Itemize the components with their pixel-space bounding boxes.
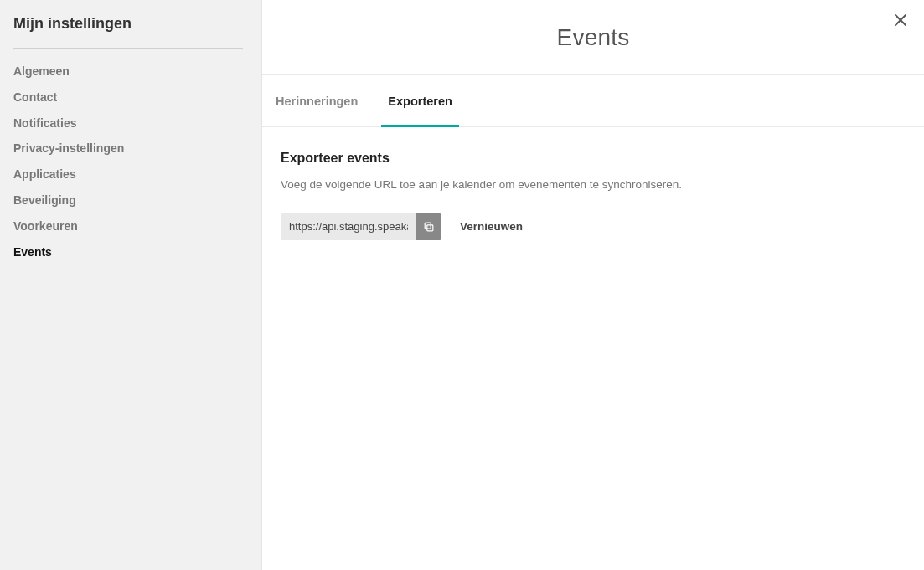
close-icon — [894, 13, 907, 27]
copy-url-button[interactable] — [416, 213, 441, 240]
page-title: Events — [557, 24, 630, 51]
url-row: Vernieuwen — [281, 213, 906, 240]
refresh-link[interactable]: Vernieuwen — [460, 220, 523, 233]
close-button[interactable] — [892, 12, 909, 28]
main: Events HerinneringenExporteren Exporteer… — [262, 0, 924, 570]
sidebar-item-contact[interactable]: Contact — [13, 85, 248, 110]
sidebar: Mijn instellingen AlgemeenContactNotific… — [0, 0, 262, 570]
export-description: Voeg de volgende URL toe aan je kalender… — [281, 177, 906, 193]
svg-rect-2 — [427, 225, 433, 231]
tab-exporteren[interactable]: Exporteren — [388, 75, 452, 126]
tab-herinneringen[interactable]: Herinneringen — [276, 75, 358, 126]
tabs: HerinneringenExporteren — [262, 75, 924, 127]
sidebar-item-voorkeuren[interactable]: Voorkeuren — [13, 213, 248, 239]
content-export: Exporteer events Voeg de volgende URL to… — [262, 127, 924, 264]
svg-rect-3 — [425, 223, 431, 229]
sidebar-title: Mijn instellingen — [13, 13, 248, 48]
sidebar-item-algemeen[interactable]: Algemeen — [13, 59, 248, 85]
sidebar-divider — [13, 48, 243, 49]
sidebar-item-beveiliging[interactable]: Beveiliging — [13, 187, 248, 213]
sidebar-item-applicaties[interactable]: Applicaties — [13, 162, 248, 187]
copy-icon — [423, 221, 435, 233]
export-title: Exporteer events — [281, 151, 906, 166]
url-group — [281, 213, 441, 240]
sidebar-item-privacy[interactable]: Privacy-instellingen — [13, 136, 248, 162]
main-header: Events — [262, 0, 924, 75]
sidebar-item-notificaties[interactable]: Notificaties — [13, 110, 248, 136]
sidebar-item-events[interactable]: Events — [13, 239, 248, 265]
sidebar-list: AlgemeenContactNotificatiesPrivacy-inste… — [13, 59, 248, 264]
export-url-input[interactable] — [281, 213, 416, 240]
